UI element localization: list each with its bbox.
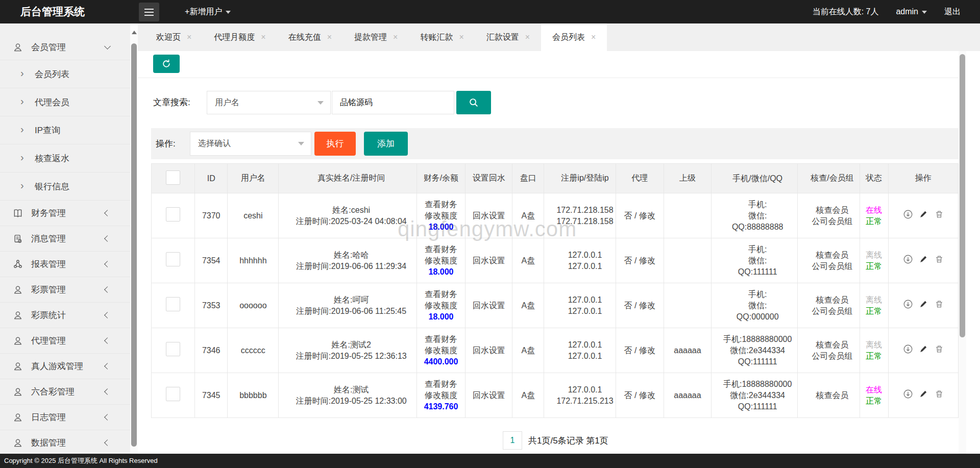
add-button[interactable]: 添加 <box>364 132 408 156</box>
sidebar-scroll-thumb[interactable] <box>131 43 137 447</box>
main-scroll-thumb[interactable] <box>960 54 965 337</box>
row-checkbox[interactable] <box>166 207 180 221</box>
chevron-left-icon <box>104 235 111 242</box>
new-user-dropdown[interactable]: +新增用户 <box>185 0 231 23</box>
view-finance-link[interactable]: 查看财务 <box>417 199 465 210</box>
main-scrollbar[interactable] <box>959 51 966 454</box>
download-circle-icon[interactable] <box>903 254 913 267</box>
sidebar: 会员管理 › 会员列表 › 代理会员 › IP查询 › 核查返水 › 银行信息 … <box>0 23 130 454</box>
agent-modify-link[interactable]: 否 / 修改 <box>624 346 655 355</box>
tab-remit-settings[interactable]: 汇款设置× <box>475 23 541 51</box>
sidebar-scrollbar[interactable] <box>130 23 138 454</box>
close-icon[interactable]: × <box>459 33 463 41</box>
check-member-link[interactable]: 核查会员 <box>805 339 859 351</box>
sidebar-subitem-bank-info[interactable]: › 银行信息 <box>0 173 130 201</box>
modify-quota-link[interactable]: 修改额度 <box>417 300 465 311</box>
scroll-up-icon[interactable] <box>132 31 137 34</box>
view-finance-link[interactable]: 查看财务 <box>417 334 465 345</box>
search-keyword-input[interactable] <box>332 91 454 114</box>
sidebar-subitem-ip-query[interactable]: › IP查询 <box>0 116 130 144</box>
view-finance-link[interactable]: 查看财务 <box>417 379 465 390</box>
tab-member-list[interactable]: 会员列表× <box>541 23 607 51</box>
sidebar-item-lottery-stats[interactable]: 彩票统计 <box>0 303 130 328</box>
status-normal: 正常 <box>860 306 888 317</box>
sidebar-item-finance-manage[interactable]: 财务管理 <box>0 201 130 226</box>
tab-agent-quota[interactable]: 代理月额度× <box>203 23 277 51</box>
edit-icon[interactable] <box>919 255 928 266</box>
tab-withdraw-manage[interactable]: 提款管理× <box>343 23 409 51</box>
row-checkbox[interactable] <box>166 387 180 401</box>
edit-icon[interactable] <box>919 300 928 311</box>
rebate-settings-link[interactable]: 回水设置 <box>473 301 505 310</box>
check-member-link[interactable]: 核查会员 <box>805 205 859 216</box>
close-icon[interactable]: × <box>525 33 530 41</box>
refresh-button[interactable] <box>153 55 180 73</box>
sidebar-item-mark-six-manage[interactable]: 六合彩管理 <box>0 379 130 405</box>
close-icon[interactable]: × <box>327 33 332 41</box>
edit-icon[interactable] <box>919 344 928 356</box>
search-field-select[interactable]: 用户名 <box>207 91 331 114</box>
table-row: 7353 oooooo 姓名:呵呵注册时间:2019-06-06 11:25:4… <box>152 283 959 328</box>
admin-dropdown[interactable]: admin <box>896 7 927 16</box>
search-button[interactable] <box>456 91 491 114</box>
sidebar-item-message-manage[interactable]: 消息管理 <box>0 226 130 252</box>
check-member-link[interactable]: 核查会员 <box>805 294 859 306</box>
trash-icon[interactable] <box>935 344 944 357</box>
execute-button[interactable]: 执行 <box>314 132 356 156</box>
sidebar-item-lottery-manage[interactable]: 彩票管理 <box>0 277 130 303</box>
sidebar-subitem-rebate-check[interactable]: › 核查返水 <box>0 144 130 173</box>
sidebar-subitem-agent-member[interactable]: › 代理会员 <box>0 88 130 116</box>
download-circle-icon[interactable] <box>903 209 913 223</box>
sidebar-item-agent-manage[interactable]: 代理管理 <box>0 328 130 354</box>
chevron-left-icon <box>104 337 111 344</box>
check-member-link[interactable]: 核查会员 <box>805 250 859 261</box>
rebate-settings-link[interactable]: 回水设置 <box>473 391 505 400</box>
trash-icon[interactable] <box>935 255 944 267</box>
modify-quota-link[interactable]: 修改额度 <box>417 390 465 401</box>
modify-quota-link[interactable]: 修改额度 <box>417 345 465 356</box>
modify-quota-link[interactable]: 修改额度 <box>417 210 465 221</box>
sidebar-subitem-member-list[interactable]: › 会员列表 <box>0 60 130 88</box>
download-circle-icon[interactable] <box>903 389 913 402</box>
agent-modify-link[interactable]: 否 / 修改 <box>624 211 655 220</box>
view-finance-link[interactable]: 查看财务 <box>417 289 465 300</box>
operation-select[interactable]: 选择确认 <box>190 132 311 156</box>
trash-icon[interactable] <box>935 389 944 402</box>
row-checkbox[interactable] <box>166 297 180 311</box>
download-circle-icon[interactable] <box>903 344 913 357</box>
close-icon[interactable]: × <box>261 33 265 41</box>
view-finance-link[interactable]: 查看财务 <box>417 244 465 255</box>
sidebar-item-log-manage[interactable]: 日志管理 <box>0 405 130 430</box>
sidebar-item-member-manage[interactable]: 会员管理 <box>0 35 130 60</box>
tab-online-recharge[interactable]: 在线充值× <box>277 23 343 51</box>
select-all-checkbox[interactable] <box>166 170 180 185</box>
tab-transfer-remit[interactable]: 转账汇款× <box>409 23 475 51</box>
close-icon[interactable]: × <box>393 33 398 41</box>
row-checkbox[interactable] <box>166 252 180 266</box>
rebate-settings-link[interactable]: 回水设置 <box>473 211 505 220</box>
top-header: 后台管理系统 +新增用户 当前在线人数: 7人 admin 退出 <box>0 0 980 23</box>
modify-quota-link[interactable]: 修改额度 <box>417 255 465 266</box>
tab-welcome[interactable]: 欢迎页× <box>145 23 203 51</box>
sidebar-item-live-game-manage[interactable]: 真人游戏管理 <box>0 354 130 379</box>
check-member-link[interactable]: 核查会员 <box>805 390 859 401</box>
trash-icon[interactable] <box>935 300 944 312</box>
rebate-settings-link[interactable]: 回水设置 <box>473 346 505 355</box>
trash-icon[interactable] <box>935 210 944 222</box>
rebate-settings-link[interactable]: 回水设置 <box>473 256 505 265</box>
hamburger-icon[interactable] <box>139 3 159 21</box>
agent-modify-link[interactable]: 否 / 修改 <box>624 256 655 265</box>
close-icon[interactable]: × <box>187 33 191 41</box>
page-number-button[interactable]: 1 <box>503 431 522 450</box>
edit-icon[interactable] <box>919 389 928 401</box>
agent-modify-link[interactable]: 否 / 修改 <box>624 301 655 310</box>
sidebar-item-data-manage[interactable]: 数据管理 <box>0 430 130 454</box>
close-icon[interactable]: × <box>591 33 596 41</box>
logout-button[interactable]: 退出 <box>944 7 961 17</box>
sidebar-item-report-manage[interactable]: 报表管理 <box>0 252 130 277</box>
download-circle-icon[interactable] <box>903 299 913 312</box>
row-checkbox[interactable] <box>166 342 180 356</box>
chevron-left-icon <box>104 312 111 318</box>
edit-icon[interactable] <box>919 210 928 221</box>
agent-modify-link[interactable]: 否 / 修改 <box>624 391 655 400</box>
